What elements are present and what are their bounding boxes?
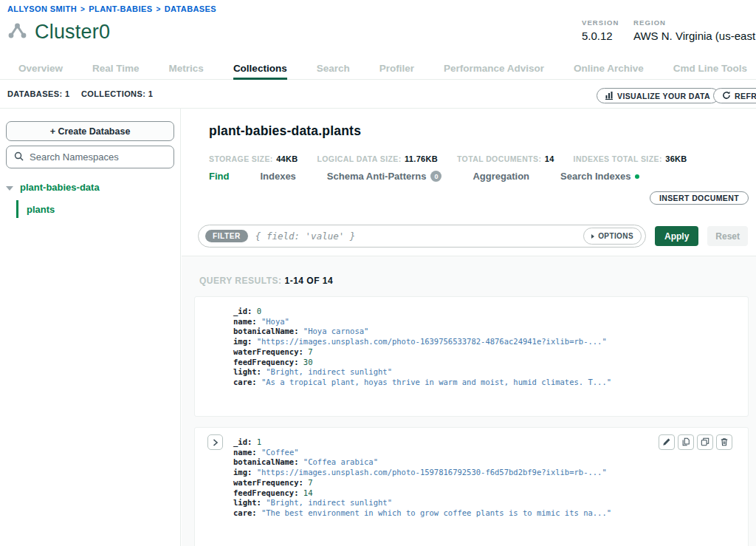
reset-button[interactable]: Reset xyxy=(707,226,748,246)
filter-query-input[interactable] xyxy=(255,231,576,242)
tab-metrics[interactable]: Metrics xyxy=(169,60,204,79)
bar-chart-icon xyxy=(605,91,614,101)
breadcrumb-project[interactable]: PLANT-BABIES xyxy=(89,4,152,13)
trash-icon xyxy=(720,436,729,449)
field-value: "The best environment in which to grow c… xyxy=(261,508,611,517)
region-block: REGION AWS N. Virginia (us-east xyxy=(633,18,755,42)
field-value: 14 xyxy=(303,488,313,497)
subtab-aggregation[interactable]: Aggregation xyxy=(472,171,529,182)
expand-document-button[interactable] xyxy=(207,434,223,450)
subtab-find[interactable]: Find xyxy=(209,171,229,182)
logical-data-size-value: 11.76KB xyxy=(405,154,438,163)
options-label: OPTIONS xyxy=(598,232,633,240)
collections-count-value: 1 xyxy=(148,89,154,98)
copy-document-button[interactable] xyxy=(678,434,694,450)
field-key: botanicalName xyxy=(233,327,303,335)
create-database-button[interactable]: + Create Database xyxy=(6,121,174,141)
filter-pill-label: FILTER xyxy=(205,230,248,242)
document-field: botanicalName"Hoya carnosa" xyxy=(233,327,740,337)
sidebar-item-database[interactable]: plant-babies-data xyxy=(6,180,100,194)
atlas-cluster-page: ALLYSON SMITH>PLANT-BABIES>DATABASES Clu… xyxy=(0,0,756,546)
subtab-schema-anti-patterns[interactable]: Schema Anti-Patterns0 xyxy=(327,171,442,182)
document-card[interactable]: _id0 name"Hoya" botanicalName"Hoya carno… xyxy=(194,296,749,417)
field-key: botanicalName xyxy=(233,457,303,466)
search-icon xyxy=(14,151,24,164)
search-namespaces-input[interactable] xyxy=(30,151,166,163)
duplicate-icon xyxy=(701,436,709,449)
document-field: waterFrequency7 xyxy=(233,347,740,358)
field-value: "Coffee" xyxy=(261,448,299,457)
document-field: _id0 xyxy=(233,307,740,317)
apply-button[interactable]: Apply xyxy=(655,226,698,246)
field-key: care xyxy=(233,378,261,386)
document-field: botanicalName"Coffea arabica" xyxy=(233,457,740,468)
breadcrumb-databases[interactable]: DATABASES xyxy=(165,4,216,13)
tab-real-time[interactable]: Real Time xyxy=(92,60,140,79)
region-value: AWS N. Virginia (us-east xyxy=(633,30,755,42)
document-field: care"As a tropical plant, hoyas thrive i… xyxy=(233,378,740,388)
cluster-icon xyxy=(7,22,27,42)
indexes-total-size-label: INDEXES TOTAL SIZE: xyxy=(574,154,662,163)
chevron-right-icon xyxy=(213,436,219,449)
refresh-label: REFRESH xyxy=(735,92,756,100)
breadcrumb-user[interactable]: ALLYSON SMITH xyxy=(7,4,77,13)
delete-document-button[interactable] xyxy=(716,434,732,450)
caret-right-icon xyxy=(591,234,594,239)
refresh-button[interactable]: REFRESH xyxy=(713,88,756,103)
logical-data-size-label: LOGICAL DATA SIZE: xyxy=(317,154,401,163)
chevron-down-icon[interactable] xyxy=(6,180,13,194)
query-results-count: 1-14 OF 14 xyxy=(284,276,333,286)
tab-collections[interactable]: Collections xyxy=(233,60,287,80)
field-value: "Bright, indirect sunlight" xyxy=(266,367,392,376)
collection-title: plant-babies-data.plants xyxy=(209,123,361,139)
field-value: "Coffea arabica" xyxy=(303,457,378,466)
document-field: name"Hoya" xyxy=(233,317,740,327)
tab-online-archive[interactable]: Online Archive xyxy=(574,60,644,79)
field-value: "Bright, indirect sunlight" xyxy=(266,498,392,507)
storage-size-value: 44KB xyxy=(276,154,298,163)
page-title: Cluster0 xyxy=(35,21,110,44)
sidebar-item-collection[interactable]: plants xyxy=(16,200,55,218)
version-block: VERSION 5.0.12 xyxy=(582,18,619,42)
document-field: waterFrequency7 xyxy=(233,478,740,488)
tab-cmd-line-tools[interactable]: Cmd Line Tools xyxy=(673,60,747,79)
tab-profiler[interactable]: Profiler xyxy=(379,60,414,79)
version-value: 5.0.12 xyxy=(582,30,619,42)
cluster-tabs: Overview Real Time Metrics Collections S… xyxy=(0,60,756,80)
tab-search[interactable]: Search xyxy=(317,60,350,79)
document-field: care"The best environment in which to gr… xyxy=(233,508,740,519)
field-key: name xyxy=(233,448,261,457)
document-field: light"Bright, indirect sunlight" xyxy=(233,367,740,378)
options-button[interactable]: OPTIONS xyxy=(583,228,642,245)
document-field: img"https://images.unsplash.com/photo-16… xyxy=(233,337,740,347)
document-actions xyxy=(659,434,732,450)
breadcrumb-separator: > xyxy=(156,5,160,13)
tab-overview[interactable]: Overview xyxy=(18,60,63,79)
databases-count-value: 1 xyxy=(65,89,70,98)
tab-performance-advisor[interactable]: Performance Advisor xyxy=(444,60,544,79)
collection-panel: plant-babies-data.plants STORAGE SIZE: 4… xyxy=(182,109,756,546)
breadcrumb: ALLYSON SMITH>PLANT-BABIES>DATABASES xyxy=(7,4,216,13)
field-key: light xyxy=(233,498,266,507)
subtab-search-indexes[interactable]: Search Indexes xyxy=(560,171,639,182)
field-value: 7 xyxy=(308,478,312,487)
subtab-aggregation-label: Aggregation xyxy=(472,171,529,182)
field-value: "https://images.unsplash.com/photo-16397… xyxy=(257,337,607,346)
clone-document-button[interactable] xyxy=(697,434,713,450)
filter-input-shell[interactable]: FILTER OPTIONS xyxy=(198,225,646,248)
edit-document-button[interactable] xyxy=(659,434,675,450)
subtab-indexes[interactable]: Indexes xyxy=(260,171,295,182)
active-collection-indicator xyxy=(16,200,18,218)
field-key: feedFrequency xyxy=(233,488,303,497)
field-key: _id xyxy=(233,307,257,315)
total-documents-value: 14 xyxy=(545,154,554,163)
insert-document-button[interactable]: INSERT DOCUMENT xyxy=(650,191,749,205)
visualize-your-data-button[interactable]: VISUALIZE YOUR DATA xyxy=(597,88,719,103)
subtab-search-indexes-label: Search Indexes xyxy=(560,171,630,182)
breadcrumb-separator: > xyxy=(80,5,85,13)
field-value: "Hoya" xyxy=(261,317,289,326)
total-documents-label: TOTAL DOCUMENTS: xyxy=(457,154,541,163)
refresh-icon xyxy=(722,91,731,101)
document-card[interactable]: _id1 name"Coffee" botanicalName"Coffea a… xyxy=(194,427,749,546)
namespace-search[interactable] xyxy=(6,146,174,168)
